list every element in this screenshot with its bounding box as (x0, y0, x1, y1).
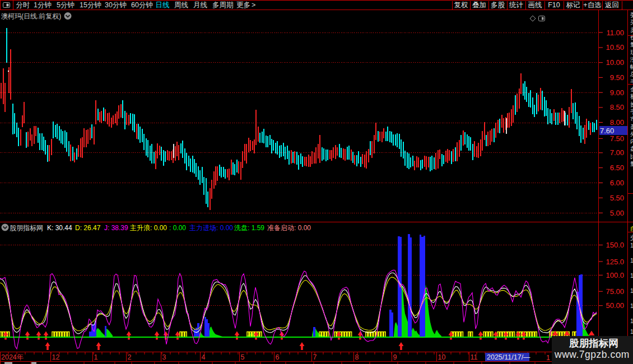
svg-text:J: 38.39: J: 38.39 (104, 224, 128, 232)
svg-text:1: 1 (546, 354, 550, 362)
svg-text:买: 买 (630, 18, 633, 25)
svg-text:总: 总 (630, 71, 633, 77)
svg-text:2024年: 2024年 (1, 353, 24, 361)
svg-text:10.50: 10.50 (606, 43, 624, 52)
svg-text:多周期: 多周期 (212, 1, 234, 9)
svg-text:分时: 分时 (16, 1, 30, 9)
svg-text:7.50: 7.50 (610, 134, 624, 143)
svg-text:主力进场: 0.00: 主力进场: 0.00 (189, 224, 233, 232)
svg-text:5.50: 5.50 (610, 194, 624, 202)
svg-text:多股: 多股 (491, 1, 505, 9)
svg-text:7.60: 7.60 (600, 127, 614, 135)
svg-text:量: 量 (630, 160, 633, 167)
svg-text:自: 自 (630, 225, 633, 232)
svg-text:幅: 幅 (630, 63, 633, 70)
svg-text:5.00: 5.00 (610, 209, 624, 217)
svg-text:额: 额 (630, 93, 633, 100)
svg-text:1: 1 (630, 328, 633, 335)
svg-text:股朋指标网: 股朋指标网 (569, 338, 618, 349)
svg-text:50.00: 50.00 (606, 301, 624, 310)
svg-text:股朋指标网: 股朋指标网 (10, 224, 43, 232)
svg-text:主升浪: 0.00: 主升浪: 0.00 (130, 224, 167, 232)
svg-text:10.00: 10.00 (606, 58, 624, 67)
svg-text:返回: 返回 (605, 1, 619, 9)
svg-text:澳柯玛(日线.前复权): 澳柯玛(日线.前复权) (1, 12, 61, 20)
svg-text:8: 8 (355, 353, 359, 361)
svg-text:2025/11/17/—: 2025/11/17/— (487, 353, 530, 361)
svg-text:准备启动: 0.00: 准备启动: 0.00 (267, 224, 311, 232)
svg-text:12: 12 (52, 353, 60, 361)
svg-text:比: 比 (630, 153, 633, 160)
svg-text:复权: 复权 (454, 1, 469, 9)
svg-text:1: 1 (630, 287, 633, 294)
svg-text:9.50: 9.50 (610, 73, 624, 82)
svg-text:3: 3 (162, 353, 166, 361)
svg-text:: 0.00: : 0.00 (169, 224, 186, 232)
svg-text:外: 外 (630, 130, 633, 137)
svg-text:D: 26.47: D: 26.47 (75, 224, 101, 232)
svg-text:标记: 标记 (566, 1, 580, 9)
svg-text:周线: 周线 (174, 1, 188, 9)
svg-text:6.50: 6.50 (610, 164, 624, 172)
svg-text:5分钟: 5分钟 (57, 1, 75, 9)
svg-text:10: 10 (438, 353, 446, 361)
svg-text:画线: 画线 (528, 1, 542, 9)
svg-text:>: > (252, 1, 255, 9)
svg-text:11.00: 11.00 (606, 29, 624, 37)
svg-text:1: 1 (94, 353, 98, 361)
svg-text:量: 量 (630, 41, 633, 48)
svg-text:内: 内 (630, 138, 633, 144)
svg-text:K: 30.44: K: 30.44 (47, 224, 72, 232)
svg-text:8.00: 8.00 (610, 118, 624, 127)
svg-text:叠加: 叠加 (472, 1, 486, 9)
svg-text:7: 7 (313, 353, 317, 361)
svg-text:金: 金 (630, 86, 633, 92)
svg-text:手: 手 (630, 78, 633, 85)
svg-text:换: 换 (630, 101, 633, 108)
svg-text:涨: 涨 (630, 56, 633, 63)
svg-text:5: 5 (241, 353, 245, 361)
svg-text:1分钟: 1分钟 (34, 1, 52, 9)
svg-text:F10: F10 (548, 1, 560, 9)
svg-text:6: 6 (276, 353, 280, 361)
svg-text:统计: 统计 (509, 1, 524, 9)
svg-text:6.00: 6.00 (610, 179, 624, 187)
svg-text:市: 市 (630, 115, 633, 122)
svg-text:1: 1 (630, 302, 633, 309)
svg-text:125.0: 125.0 (606, 258, 624, 266)
svg-text:9: 9 (393, 353, 397, 361)
svg-text:交: 交 (630, 234, 633, 241)
svg-text:11: 11 (471, 353, 478, 361)
svg-text:盘: 盘 (630, 145, 633, 152)
svg-text:15分钟: 15分钟 (80, 1, 101, 9)
svg-text:1: 1 (630, 318, 633, 324)
svg-text:150.0: 150.0 (606, 241, 624, 249)
svg-text:30分钟: 30分钟 (105, 1, 127, 9)
svg-text:月线: 月线 (193, 1, 207, 9)
svg-text:7.00: 7.00 (610, 148, 624, 157)
svg-text:更多: 更多 (236, 1, 250, 9)
svg-text:手: 手 (630, 108, 633, 115)
svg-text:www.7gpzb.com: www.7gpzb.com (554, 349, 630, 360)
svg-text:2: 2 (128, 353, 132, 361)
svg-text:盈: 盈 (630, 123, 633, 130)
svg-text:+自选: +自选 (583, 1, 601, 9)
svg-text:1: 1 (630, 272, 633, 279)
svg-text:日线: 日线 (156, 1, 170, 9)
svg-text:100.0: 100.0 (606, 271, 624, 279)
svg-text:委: 委 (630, 11, 633, 18)
svg-text:1: 1 (630, 257, 633, 264)
svg-text:1: 1 (630, 242, 633, 249)
svg-text:60分钟: 60分钟 (131, 1, 153, 9)
svg-text:8.50: 8.50 (610, 103, 624, 111)
svg-text:价: 价 (630, 34, 633, 40)
svg-text:卖: 卖 (630, 26, 633, 33)
svg-text:9.00: 9.00 (610, 88, 624, 97)
svg-text:75.00: 75.00 (606, 287, 624, 296)
svg-text:洗盘: 1.59: 洗盘: 1.59 (234, 224, 264, 232)
svg-text:现: 现 (630, 49, 633, 55)
svg-text:4: 4 (202, 353, 206, 361)
